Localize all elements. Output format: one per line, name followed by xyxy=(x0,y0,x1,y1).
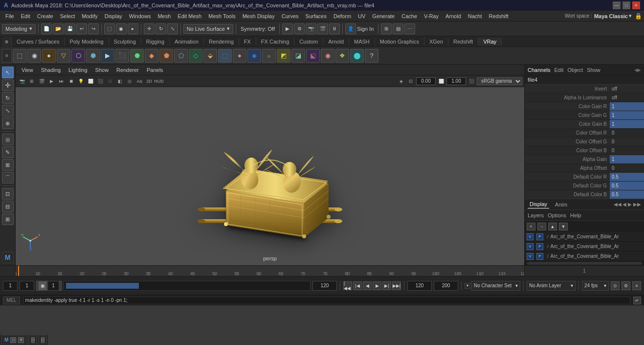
layers-opt[interactable]: Layers xyxy=(528,212,544,218)
menu-windows[interactable]: Windows xyxy=(126,12,155,20)
gamma-dropdown[interactable]: sRGB gamma xyxy=(477,77,522,85)
menu-edit-mesh[interactable]: Edit Mesh xyxy=(174,12,205,20)
menu-mesh-display[interactable]: Mesh Display xyxy=(239,12,278,20)
min-restore-1[interactable]: □ xyxy=(10,337,16,343)
vp-color-icon[interactable]: ⬛ xyxy=(467,77,476,86)
shelf-icon-24[interactable]: ⬤ xyxy=(350,49,364,63)
min-win-1[interactable]: M □ ✕ xyxy=(1,335,27,345)
render-button[interactable]: ▶ xyxy=(282,23,293,34)
vp-menu-view[interactable]: View xyxy=(20,67,35,73)
vp-step-icon[interactable]: ⏭ xyxy=(57,77,66,86)
shelf-icon-13[interactable]: ◇ xyxy=(189,49,202,63)
quad-view-button[interactable]: ⊞ xyxy=(2,213,14,225)
vp-camera-icon[interactable]: 📷 xyxy=(18,77,26,86)
frame-end2-field[interactable] xyxy=(407,281,432,291)
vp-value1-input[interactable] xyxy=(416,77,436,85)
shelf-icon-10[interactable]: ◆ xyxy=(145,49,158,63)
options-opt[interactable]: Options xyxy=(548,212,566,218)
shelf-icon-21[interactable]: ⬕ xyxy=(306,49,320,63)
channels-tab[interactable]: Channels xyxy=(528,67,550,73)
frame-current1-field[interactable] xyxy=(20,281,34,291)
lasso-select-button[interactable]: ◉ xyxy=(116,23,127,34)
anim-tab[interactable]: Anim xyxy=(553,201,569,208)
tab-rendering[interactable]: Rendering xyxy=(204,38,239,46)
step-back-btn[interactable]: |◀ xyxy=(353,281,362,290)
camera-button[interactable]: 📷 xyxy=(306,23,316,34)
layer-p-btn[interactable]: P xyxy=(536,253,543,260)
layer-up-btn[interactable]: ▲ xyxy=(548,223,557,230)
maximize-button[interactable]: □ xyxy=(622,1,630,9)
shelf-icon-19[interactable]: ◩ xyxy=(277,49,290,63)
playblast-button[interactable]: 🎬 xyxy=(317,23,328,34)
menu-uv[interactable]: UV xyxy=(355,12,369,20)
layer-v-btn[interactable]: V xyxy=(527,253,533,260)
select-tool-button[interactable]: ↖ xyxy=(2,67,14,78)
menu-surfaces[interactable]: Surfaces xyxy=(302,12,330,20)
vp-aa-icon[interactable]: Aa xyxy=(135,77,144,86)
sign-in-button[interactable]: 👤 xyxy=(345,23,356,34)
shelf-icon-20[interactable]: ◪ xyxy=(291,49,305,63)
timeline-ruler[interactable]: 5101520253035404550556065707580859095100… xyxy=(16,266,524,276)
shelf-icon-25[interactable]: ? xyxy=(365,49,378,63)
ch-nav-btns[interactable]: ◀◀ ◀ ▶ ▶▶ xyxy=(614,202,641,207)
move-tool-button[interactable]: ✛ xyxy=(2,79,14,91)
attr-value-field[interactable]: 0 xyxy=(610,164,644,172)
menu-deform[interactable]: Deform xyxy=(330,12,355,20)
layer-v-btn[interactable]: V xyxy=(527,243,533,250)
shelf-icon-7[interactable]: ▶ xyxy=(101,49,114,63)
min-restore-2[interactable]: □ xyxy=(31,337,35,343)
shelf-icon-8[interactable]: ⬛ xyxy=(115,49,129,63)
sign-in-label[interactable]: Sign In xyxy=(357,26,374,32)
move-button[interactable]: ✛ xyxy=(144,23,155,34)
rotate-tool-button[interactable]: ↻ xyxy=(2,92,14,104)
shelf-icon-23[interactable]: ❖ xyxy=(335,49,349,63)
anim-layer-dropdown[interactable]: No Anim Layer ▾ xyxy=(527,281,576,291)
min-close-1[interactable]: ✕ xyxy=(18,337,24,343)
vp-scale-icon[interactable]: ⬜ xyxy=(437,77,445,86)
skip-to-start-btn[interactable]: |◀◀ xyxy=(343,281,352,290)
new-scene-button[interactable]: 📄 xyxy=(41,23,52,34)
attr-value-field[interactable]: off xyxy=(610,93,644,102)
attr-value-field[interactable]: 1 xyxy=(610,111,644,119)
menu-cache[interactable]: Cache xyxy=(398,12,421,20)
workspace-dropdown-icon[interactable]: ▾ xyxy=(629,13,632,19)
cmd-submit-icon[interactable]: ↵ xyxy=(633,297,641,304)
shelf-menu[interactable]: ≡ xyxy=(2,49,12,63)
tab-sculpting[interactable]: Sculpting xyxy=(109,38,141,46)
tab-fx-caching[interactable]: FX Caching xyxy=(256,38,294,46)
attr-value-field[interactable]: 1 xyxy=(610,102,644,111)
vp-menu-lighting[interactable]: Lighting xyxy=(67,67,89,73)
menu-vray[interactable]: V-Ray xyxy=(421,12,442,20)
tab-rigging[interactable]: Rigging xyxy=(141,38,170,46)
tab-fx[interactable]: FX xyxy=(239,38,256,46)
attr-value-field[interactable]: 1 xyxy=(610,155,644,163)
vp-frame-icon[interactable]: ⊡ xyxy=(406,77,415,86)
snap-dropdown[interactable]: No Live Surface ▾ xyxy=(183,24,233,34)
undo-button[interactable]: ↩ xyxy=(76,23,87,34)
scale-tool-button[interactable]: ⤡ xyxy=(2,105,14,116)
layer-scroll-track[interactable] xyxy=(527,262,642,265)
minimize-button[interactable]: — xyxy=(613,1,621,9)
tab-mash[interactable]: MASH xyxy=(349,38,375,46)
shelf-icon-6[interactable]: ⬢ xyxy=(86,49,100,63)
shelf-icon-4[interactable]: ▽ xyxy=(57,49,70,63)
layer-p-btn[interactable]: P xyxy=(536,243,543,250)
vp-menu-renderer[interactable]: Renderer xyxy=(114,67,141,73)
layer-entry[interactable]: V P / Arc_of_the_Covenant_Bible_Ar xyxy=(525,252,644,261)
snap-curve-button[interactable]: ⌒ xyxy=(2,172,14,184)
menu-display[interactable]: Display xyxy=(101,12,126,20)
shelf-icon-5[interactable]: ⬡ xyxy=(71,49,85,63)
pause-button[interactable]: ⏸ xyxy=(329,23,340,34)
shelf-icon-12[interactable]: ⬠ xyxy=(174,49,188,63)
snap-grid-button[interactable]: ⊞ xyxy=(2,159,14,171)
close-button[interactable]: ✕ xyxy=(632,1,640,9)
ch-arrows[interactable]: ◀▶ xyxy=(634,68,641,72)
vp-texture-icon[interactable]: ⬛ xyxy=(96,77,105,86)
vp-menu-panels[interactable]: Panels xyxy=(145,67,165,73)
tab-custom[interactable]: Custom xyxy=(294,38,323,46)
min-win-2[interactable]: □ xyxy=(28,335,37,345)
outliner-button[interactable]: ⊟ xyxy=(2,201,14,212)
extra-btn2[interactable]: ≡ xyxy=(632,281,641,290)
redo-button[interactable]: ↪ xyxy=(88,23,99,34)
mode-dropdown[interactable]: Modeling ▾ xyxy=(2,24,36,34)
